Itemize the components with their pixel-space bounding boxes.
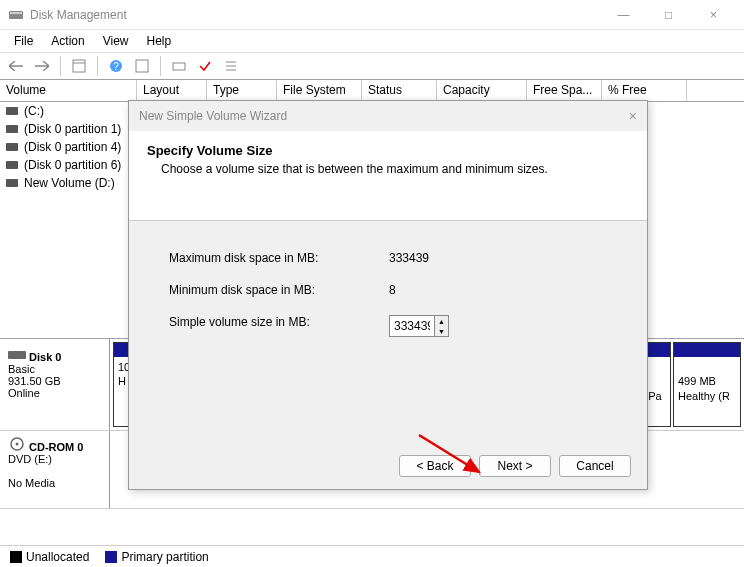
volume-name: New Volume (D:)	[24, 176, 115, 190]
col-extra	[687, 80, 744, 101]
disk-type: Basic	[8, 363, 35, 375]
legend-unallocated: Unallocated	[10, 550, 89, 564]
wizard-close-button[interactable]: ×	[629, 108, 637, 124]
menu-action[interactable]: Action	[43, 32, 92, 50]
volume-icon	[6, 125, 18, 133]
legend-primary: Primary partition	[105, 550, 208, 564]
list-icon[interactable]	[221, 56, 241, 76]
menu-view[interactable]: View	[95, 32, 137, 50]
back-icon[interactable]	[6, 56, 26, 76]
check-icon[interactable]	[195, 56, 215, 76]
titlebar: Disk Management — □ ×	[0, 0, 744, 30]
minimize-button[interactable]: —	[601, 0, 646, 30]
wizard-title: New Simple Volume Wizard	[139, 109, 287, 123]
wizard-subheading: Choose a volume size that is between the…	[161, 162, 629, 176]
volume-size-label: Simple volume size in MB:	[169, 315, 389, 337]
col-capacity[interactable]: Capacity	[437, 80, 527, 101]
svg-text:?: ?	[113, 61, 119, 72]
svg-rect-7	[173, 63, 185, 70]
wizard-titlebar: New Simple Volume Wizard ×	[129, 101, 647, 131]
cdrom-name: CD-ROM 0	[29, 441, 83, 453]
cdrom-icon	[8, 437, 26, 451]
volume-name: (Disk 0 partition 4)	[24, 140, 121, 154]
volume-name: (C:)	[24, 104, 44, 118]
volume-icon	[6, 143, 18, 151]
next-button[interactable]: Next >	[479, 455, 551, 477]
disk-info[interactable]: Disk 0 Basic 931.50 GB Online	[0, 339, 110, 430]
spinner-up-icon[interactable]: ▲	[435, 316, 448, 326]
disk-size: 931.50 GB	[8, 375, 61, 387]
help-icon[interactable]: ?	[106, 56, 126, 76]
col-status[interactable]: Status	[362, 80, 437, 101]
volume-icon	[6, 107, 18, 115]
show-hide-icon[interactable]	[69, 56, 89, 76]
volume-icon	[6, 179, 18, 187]
wizard-buttons: < Back Next > Cancel	[399, 455, 631, 477]
wizard-header: Specify Volume Size Choose a volume size…	[129, 131, 647, 221]
volume-name: (Disk 0 partition 6)	[24, 158, 121, 172]
menubar: File Action View Help	[0, 30, 744, 52]
min-space-value: 8	[389, 283, 396, 297]
toolbar: ?	[0, 52, 744, 80]
disk-mgmt-icon	[8, 7, 24, 23]
svg-rect-11	[8, 351, 26, 359]
window-title: Disk Management	[30, 8, 601, 22]
column-headers: Volume Layout Type File System Status Ca…	[0, 80, 744, 102]
svg-rect-1	[10, 12, 22, 14]
wizard-dialog: New Simple Volume Wizard × Specify Volum…	[128, 100, 648, 490]
forward-icon[interactable]	[32, 56, 52, 76]
min-space-label: Minimum disk space in MB:	[169, 283, 389, 297]
volume-size-spinner[interactable]: ▲ ▼	[389, 315, 449, 337]
col-layout[interactable]: Layout	[137, 80, 207, 101]
cdrom-drive: DVD (E:)	[8, 453, 52, 465]
menu-file[interactable]: File	[6, 32, 41, 50]
max-space-value: 333439	[389, 251, 429, 265]
col-volume[interactable]: Volume	[0, 80, 137, 101]
back-button[interactable]: < Back	[399, 455, 471, 477]
menu-help[interactable]: Help	[139, 32, 180, 50]
disk-status: Online	[8, 387, 40, 399]
wizard-body: Maximum disk space in MB: 333439 Minimum…	[129, 221, 647, 421]
close-button[interactable]: ×	[691, 0, 736, 30]
col-filesystem[interactable]: File System	[277, 80, 362, 101]
spinner-down-icon[interactable]: ▼	[435, 326, 448, 336]
cancel-button[interactable]: Cancel	[559, 455, 631, 477]
maximize-button[interactable]: □	[646, 0, 691, 30]
refresh-icon[interactable]	[132, 56, 152, 76]
disk-name: Disk 0	[29, 351, 61, 363]
legend: Unallocated Primary partition	[0, 545, 744, 567]
col-type[interactable]: Type	[207, 80, 277, 101]
disk-icon	[8, 349, 26, 361]
col-pctfree[interactable]: % Free	[602, 80, 687, 101]
volume-name: (Disk 0 partition 1)	[24, 122, 121, 136]
cdrom-status: No Media	[8, 477, 55, 489]
wizard-heading: Specify Volume Size	[147, 143, 629, 158]
col-freespace[interactable]: Free Spa...	[527, 80, 602, 101]
svg-point-13	[16, 443, 19, 446]
svg-rect-2	[73, 60, 85, 72]
volume-size-input[interactable]	[390, 316, 434, 336]
settings-icon[interactable]	[169, 56, 189, 76]
max-space-label: Maximum disk space in MB:	[169, 251, 389, 265]
volume-icon	[6, 161, 18, 169]
cdrom-info[interactable]: CD-ROM 0 DVD (E:) No Media	[0, 431, 110, 508]
svg-rect-6	[136, 60, 148, 72]
partition[interactable]: 499 MBHealthy (R	[673, 342, 741, 427]
